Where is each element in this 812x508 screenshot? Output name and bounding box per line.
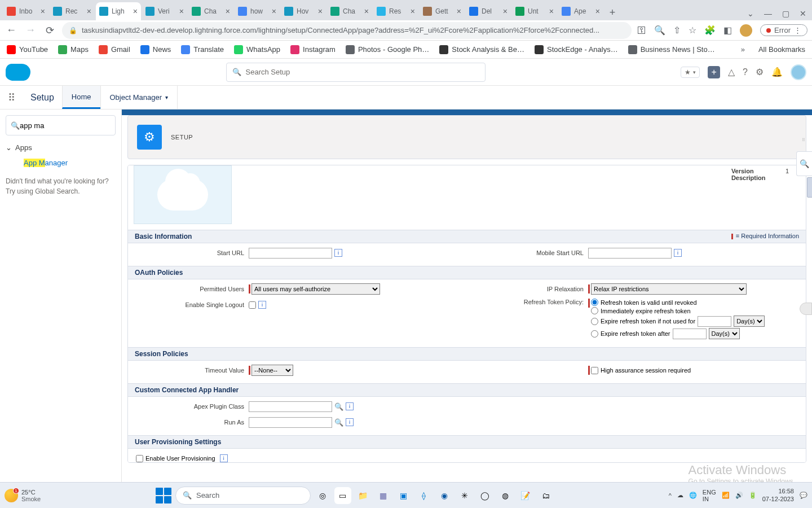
tab-object-manager[interactable]: Object Manager▾ [100, 86, 178, 109]
app-icon[interactable]: ▣ [395, 487, 412, 504]
high-assurance-checkbox[interactable] [591, 367, 598, 374]
volume-icon[interactable]: 🔊 [735, 492, 743, 499]
rt-after-radio[interactable] [591, 330, 598, 338]
bookmark-item[interactable]: Photos - Google Ph… [346, 45, 429, 54]
explorer-icon[interactable]: 📁 [355, 487, 372, 504]
task-view-icon[interactable]: ▭ [334, 487, 351, 504]
onedrive-icon[interactable]: ☁ [677, 492, 683, 499]
browser-tab[interactable]: Cha× [188, 2, 233, 20]
info-icon[interactable]: i [220, 454, 228, 462]
info-icon[interactable]: i [334, 249, 342, 257]
browser-tab[interactable]: Veri× [142, 2, 187, 20]
start-url-input[interactable] [249, 248, 332, 259]
browser-tab[interactable]: Cha× [327, 2, 372, 20]
quick-find-field[interactable] [20, 121, 114, 130]
bell-icon[interactable]: 🔔 [771, 67, 783, 77]
info-icon[interactable]: i [346, 418, 354, 426]
gear-icon[interactable]: ⚙ [756, 67, 764, 77]
copilot-icon[interactable]: ◎ [314, 487, 331, 504]
rt-notused-unit-select[interactable]: Day(s) [734, 316, 765, 327]
mobile-start-url-input[interactable] [588, 248, 672, 259]
browser-tab[interactable]: Del× [466, 2, 511, 20]
key-icon[interactable]: ⚿ [637, 25, 646, 36]
wifi-icon[interactable]: 📶 [722, 492, 730, 499]
url-input[interactable]: 🔒 taskusindiapvtltd2-dev-ed.develop.ligh… [62, 22, 632, 39]
lookup-icon[interactable]: 🔍 [334, 402, 343, 411]
info-icon[interactable]: i [674, 249, 682, 257]
tab-home[interactable]: Home [62, 86, 100, 109]
close-icon[interactable]: × [595, 7, 600, 16]
info-icon[interactable]: i [258, 301, 266, 309]
minimize-icon[interactable]: — [764, 9, 772, 18]
bookmarks-overflow-icon[interactable]: » [741, 45, 745, 54]
error-badge-button[interactable]: Error⋮ [760, 24, 807, 36]
salesforce-logo-icon[interactable] [6, 64, 30, 81]
start-button[interactable] [155, 487, 172, 504]
taskbar-search-input[interactable]: 🔍Search [175, 487, 311, 505]
panel-collapse-handle[interactable] [807, 177, 812, 198]
side-search-toggle-icon[interactable]: 🔍 [796, 151, 812, 176]
bookmark-item[interactable]: StockEdge - Analys… [535, 45, 618, 54]
browser-tab-active[interactable]: Ligh× [96, 2, 141, 20]
browser-tab[interactable]: Res× [373, 2, 418, 20]
rt-valid-radio[interactable] [591, 299, 598, 306]
battery-icon[interactable]: 🔋 [749, 492, 757, 499]
close-icon[interactable]: × [226, 7, 230, 16]
notepad-icon[interactable]: 📝 [517, 487, 534, 504]
close-icon[interactable]: × [133, 7, 138, 16]
close-icon[interactable]: × [364, 7, 369, 16]
bookmark-item[interactable]: Instagram [290, 45, 336, 54]
help-icon[interactable]: ? [743, 67, 748, 77]
info-icon[interactable]: i [346, 402, 354, 410]
browser-tab[interactable]: Inbo× [3, 2, 48, 20]
bookmark-item[interactable]: Translate [181, 45, 224, 54]
app-launcher-icon[interactable]: ⠿ [0, 91, 23, 104]
edge-icon[interactable]: ◉ [436, 487, 453, 504]
close-icon[interactable]: × [549, 7, 554, 16]
slack-icon[interactable]: ✳ [456, 487, 473, 504]
weather-widget[interactable]: 1 25°CSmoke [5, 489, 41, 502]
close-icon[interactable]: × [457, 7, 461, 16]
bookmark-item[interactable]: Business News | Sto… [628, 45, 715, 54]
sidepanel-icon[interactable]: ◧ [723, 25, 732, 36]
extensions-icon[interactable]: 🧩 [704, 25, 716, 36]
tray-language[interactable]: ENGIN [703, 489, 716, 502]
close-icon[interactable]: × [41, 7, 45, 16]
rt-after-input[interactable] [673, 329, 707, 339]
timeout-select[interactable]: --None-- [251, 365, 293, 376]
all-bookmarks-button[interactable]: All Bookmarks [755, 45, 805, 54]
rt-notused-radio[interactable] [591, 318, 598, 325]
back-button[interactable]: ← [5, 24, 18, 37]
vscode-icon[interactable]: ⟠ [416, 487, 433, 504]
app-icon[interactable]: ▦ [375, 487, 392, 504]
notification-icon[interactable]: 💬 [800, 492, 807, 499]
rt-after-unit-select[interactable]: Day(s) [709, 328, 740, 339]
bookmark-item[interactable]: Maps [58, 45, 89, 54]
bookmark-star-icon[interactable]: ☆ [689, 25, 696, 36]
rt-immediate-radio[interactable] [591, 307, 598, 314]
enable-slo-checkbox[interactable] [249, 301, 256, 309]
ip-relax-select[interactable]: Relax IP restrictions [591, 283, 747, 295]
close-icon[interactable]: × [87, 7, 91, 16]
reload-button[interactable]: ⟳ [43, 24, 56, 37]
close-icon[interactable]: × [272, 7, 276, 16]
browser-tab[interactable]: Rec× [50, 2, 95, 20]
permitted-users-select[interactable]: All users may self-authorize [251, 283, 380, 295]
bookmark-item[interactable]: Stock Analysis & Be… [439, 45, 524, 54]
tray-chevron-icon[interactable]: ^ [669, 492, 672, 499]
maximize-icon[interactable]: ▢ [782, 9, 789, 18]
forward-button[interactable]: → [24, 24, 37, 37]
bookmark-item[interactable]: WhatsApp [234, 45, 280, 54]
close-icon[interactable]: ✕ [800, 9, 806, 18]
tray-clock[interactable]: 16:5807-12-2023 [762, 488, 794, 502]
bookmark-item[interactable]: News [140, 45, 171, 54]
favorites-button[interactable]: ★ ▾ [681, 67, 700, 78]
enable-provisioning-checkbox[interactable] [136, 455, 143, 462]
share-icon[interactable]: ⇧ [673, 25, 681, 36]
tree-item-app-manager[interactable]: App Manager [6, 159, 116, 167]
close-icon[interactable]: × [318, 7, 323, 16]
browser-tab[interactable]: Unt× [512, 2, 557, 20]
apex-class-input[interactable] [249, 401, 332, 412]
quick-find-input[interactable]: 🔍 [6, 115, 116, 135]
global-actions-icon[interactable]: + [708, 66, 720, 78]
